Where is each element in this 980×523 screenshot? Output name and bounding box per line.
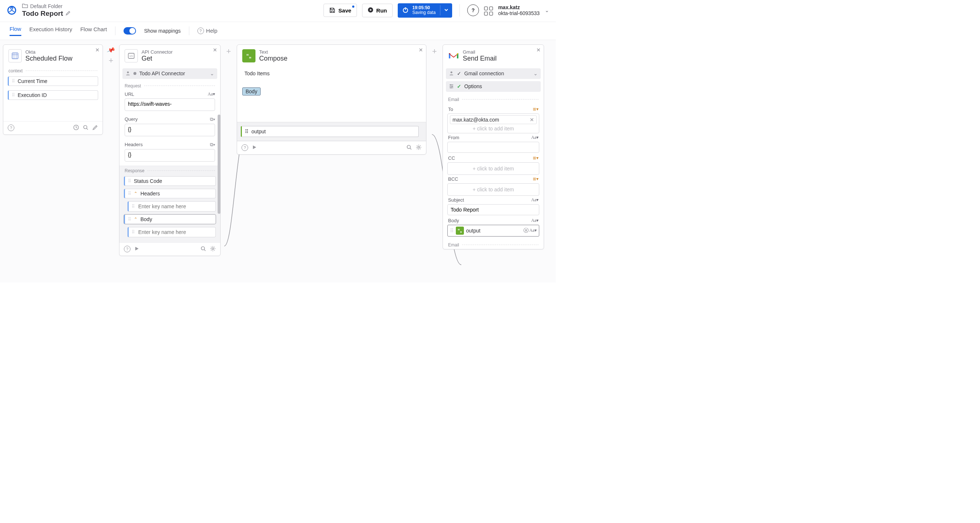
list-toggle-icon[interactable]: ≣▾ xyxy=(533,106,539,112)
list-toggle-icon[interactable]: ≣▾ xyxy=(533,176,539,181)
bcc-field[interactable]: + click to add item xyxy=(447,183,539,196)
status-text: Saving data xyxy=(412,10,436,16)
unsaved-dot-icon xyxy=(352,5,354,8)
connection-selector[interactable]: ✓ Gmail connection ⌄ xyxy=(446,68,541,79)
play-icon[interactable] xyxy=(134,246,139,252)
remove-chip-icon[interactable]: ✕ xyxy=(530,117,534,123)
compose-output[interactable]: ⠿ output xyxy=(241,126,419,137)
gear-icon[interactable] xyxy=(416,144,422,151)
card-help-icon[interactable]: ? xyxy=(8,125,14,131)
tab-flow-chart[interactable]: Flow Chart xyxy=(80,26,107,35)
expand-icon[interactable]: ⌃ xyxy=(134,191,137,196)
add-card-icon[interactable]: + xyxy=(432,47,437,56)
cc-field[interactable]: + click to add item xyxy=(447,162,539,175)
compose-text[interactable]: Todo Items xyxy=(245,71,419,76)
scrollbar[interactable] xyxy=(218,114,221,214)
flow-status-button[interactable]: 19:05:50 Saving data xyxy=(398,3,452,18)
add-card-icon[interactable]: + xyxy=(109,56,114,65)
help-link[interactable]: ? Help xyxy=(197,27,218,34)
output-body[interactable]: ⠿ ⌃ Body xyxy=(124,214,216,224)
connection-selector[interactable]: Todo API Connector ⌄ xyxy=(123,68,217,79)
close-icon[interactable]: ✕ xyxy=(419,47,423,53)
mapped-body-chip[interactable]: Body xyxy=(242,87,261,95)
output-execution-id[interactable]: ⠿ Execution ID xyxy=(8,90,98,100)
pin-icon[interactable]: 📌 xyxy=(106,46,115,55)
edit-title-icon[interactable] xyxy=(65,10,71,18)
folder-icon xyxy=(22,3,28,10)
close-icon[interactable]: ✕ xyxy=(536,47,541,53)
options-label: Options xyxy=(464,83,482,89)
query-input[interactable] xyxy=(125,124,215,136)
to-label: To xyxy=(448,106,453,112)
svg-text:</>: </> xyxy=(129,55,133,57)
output-current-time[interactable]: ⠿ Current Time xyxy=(8,76,98,86)
list-toggle-icon[interactable]: ≣▾ xyxy=(533,155,539,160)
output-status-code[interactable]: ⠿ Status Code xyxy=(124,176,216,186)
user-name: max.katz xyxy=(498,5,539,11)
search-icon[interactable] xyxy=(406,144,412,151)
body-key-input[interactable] xyxy=(137,229,212,235)
search-icon[interactable] xyxy=(83,125,89,132)
save-button[interactable]: Save xyxy=(323,4,357,17)
help-icon[interactable]: ? xyxy=(467,5,479,16)
show-mappings-toggle[interactable] xyxy=(124,27,136,35)
text-icon: “„ xyxy=(242,49,256,62)
copy-icon[interactable]: ⧉▾ xyxy=(210,116,215,122)
chevron-down-icon[interactable]: ⌄ xyxy=(545,7,549,13)
run-button[interactable]: Run xyxy=(362,4,393,17)
grip-icon: ⠿ xyxy=(128,191,131,196)
clock-icon[interactable] xyxy=(73,125,79,132)
compose-output-slot: ⠿ output xyxy=(237,122,426,141)
app-switcher-icon[interactable] xyxy=(484,5,493,16)
secondary-nav: Flow Execution History Flow Chart Show m… xyxy=(0,22,556,40)
grip-icon: ⠿ xyxy=(132,230,135,235)
tab-flow[interactable]: Flow xyxy=(10,26,21,36)
expand-icon[interactable]: ⌃ xyxy=(134,217,137,222)
add-cc-item[interactable]: + click to add item xyxy=(450,166,537,171)
body-field[interactable]: ⠿ “„ output ⓧ Aa▾ xyxy=(447,225,539,236)
svg-line-11 xyxy=(87,128,88,130)
flow-canvas: ✕ Okta Scheduled Flow context ⠿ Current … xyxy=(0,40,556,282)
app-header: Default Folder Todo Report Save Run 19:0… xyxy=(0,0,556,22)
url-input[interactable] xyxy=(125,98,215,111)
type-indicator[interactable]: Aa▾ xyxy=(208,92,215,97)
output-headers[interactable]: ⠿ ⌃ Headers xyxy=(124,189,216,198)
card-footer: ? xyxy=(119,242,220,256)
tab-execution-history[interactable]: Execution History xyxy=(29,26,72,35)
clear-body-icon[interactable]: ⓧ xyxy=(523,227,528,234)
add-bcc-item[interactable]: + click to add item xyxy=(450,187,537,192)
svg-line-16 xyxy=(204,249,206,251)
gear-icon[interactable] xyxy=(210,246,216,253)
search-icon[interactable] xyxy=(200,246,206,253)
headers-key-input[interactable] xyxy=(137,203,212,210)
section-email: Email xyxy=(443,95,544,103)
type-indicator[interactable]: Aa▾ xyxy=(531,135,539,140)
grip-icon: ⠿ xyxy=(450,228,453,234)
card-help-icon[interactable]: ? xyxy=(124,246,130,252)
type-indicator[interactable]: Aa▾ xyxy=(529,228,537,233)
headers-input[interactable] xyxy=(125,149,215,162)
card-api-get: ✕ </> API Connector Get Todo API Connect… xyxy=(119,44,221,256)
user-menu[interactable]: max.katz okta-trial-6093533 xyxy=(498,5,539,17)
card-supertitle: Okta xyxy=(25,49,72,55)
copy-icon[interactable]: ⧉▾ xyxy=(210,142,215,147)
play-icon[interactable] xyxy=(252,145,257,151)
divider xyxy=(115,27,115,35)
close-icon[interactable]: ✕ xyxy=(213,47,217,53)
from-input[interactable] xyxy=(447,142,539,153)
close-icon[interactable]: ✕ xyxy=(95,47,100,53)
add-card-icon[interactable]: + xyxy=(226,47,231,56)
options-row[interactable]: ✓ Options xyxy=(446,81,541,92)
card-supertitle: API Connector xyxy=(142,49,173,55)
edit-icon[interactable] xyxy=(92,125,98,132)
svg-point-1 xyxy=(11,7,13,10)
type-indicator[interactable]: Aa▾ xyxy=(531,197,539,203)
subject-input[interactable] xyxy=(447,204,539,215)
add-to-item[interactable]: + click to add item xyxy=(450,125,537,132)
card-help-icon[interactable]: ? xyxy=(242,144,248,151)
folder-name[interactable]: Default Folder xyxy=(30,3,62,10)
status-dropdown-icon[interactable] xyxy=(440,5,452,16)
pill-label: Current Time xyxy=(18,78,48,84)
to-field[interactable]: max.katz@okta.com ✕ + click to add item xyxy=(447,114,539,133)
type-indicator[interactable]: Aa▾ xyxy=(531,218,539,223)
